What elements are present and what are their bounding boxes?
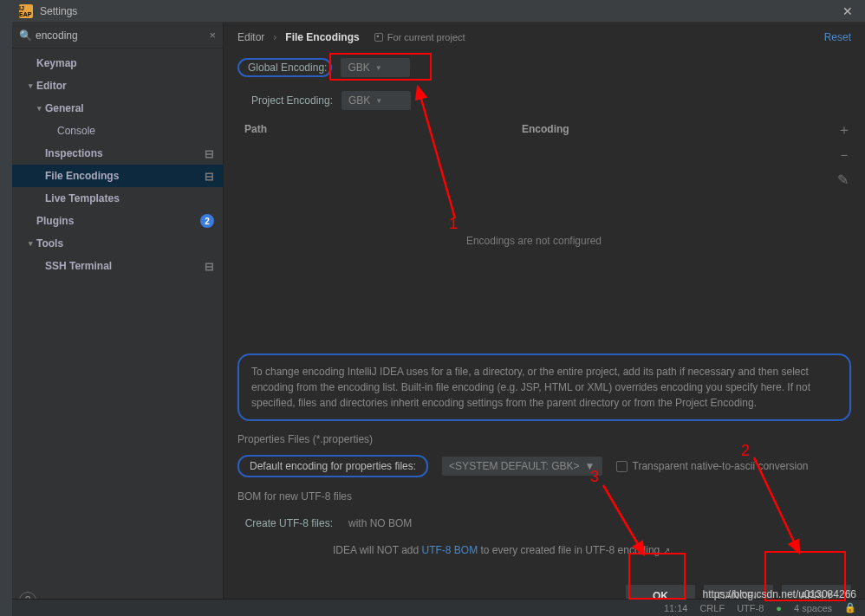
sidebar-item-console[interactable]: Console bbox=[12, 120, 223, 142]
settings-window: IJ EAP Settings ✕ 🔍 × Keymap▾Editor▾Gene… bbox=[12, 0, 865, 616]
search-icon: 🔍 bbox=[19, 29, 32, 42]
settings-scope-icon: ⊟ bbox=[205, 260, 214, 273]
ide-status-bar: 11:14 CRLF UTF-8 ● 4 spaces 🔒 bbox=[12, 599, 865, 616]
create-utf8-label: Create UTF-8 files: bbox=[237, 517, 333, 529]
default-encoding-label: Default encoding for properties files: bbox=[237, 455, 428, 477]
sidebar-item-tools[interactable]: ▾Tools bbox=[12, 232, 223, 255]
sidebar-item-live-templates[interactable]: Live Templates bbox=[12, 187, 223, 210]
clear-search-icon[interactable]: × bbox=[209, 29, 216, 42]
sidebar-item-editor[interactable]: ▾Editor bbox=[12, 75, 223, 97]
crumb-file-encodings: File Encodings bbox=[285, 31, 359, 43]
chevron-icon: ▾ bbox=[33, 104, 45, 113]
crumb-editor[interactable]: Editor bbox=[237, 31, 264, 43]
external-link-icon: ↗ bbox=[663, 546, 670, 555]
watermark: https://blog.csdn.net/u013084266 bbox=[703, 588, 856, 600]
sidebar-item-label: General bbox=[45, 102, 214, 114]
chevron-right-icon: › bbox=[273, 31, 276, 43]
sidebar-item-label: Live Templates bbox=[45, 192, 214, 204]
titlebar: IJ EAP Settings ✕ bbox=[12, 0, 865, 23]
global-encoding-select[interactable]: GBK▼ bbox=[341, 58, 410, 77]
window-title: Settings bbox=[40, 5, 77, 17]
encoding-table-body: Encodings are not configured bbox=[237, 137, 830, 345]
sidebar-item-label: Console bbox=[57, 125, 214, 137]
status-spaces: 4 spaces bbox=[794, 603, 832, 613]
status-encoding: UTF-8 bbox=[737, 603, 764, 613]
col-path: Path bbox=[244, 123, 522, 135]
chevron-icon: ▾ bbox=[24, 239, 36, 248]
sidebar-item-label: File Encodings bbox=[45, 170, 205, 182]
sidebar-item-keymap[interactable]: Keymap bbox=[12, 52, 223, 75]
transparent-conversion-checkbox[interactable]: Transparent native-to-ascii conversion bbox=[616, 460, 809, 472]
app-icon: IJ EAP bbox=[19, 4, 33, 18]
breadcrumb: Editor › File Encodings For current proj… bbox=[224, 23, 865, 50]
reset-link[interactable]: Reset bbox=[824, 31, 851, 43]
main-panel: Editor › File Encodings For current proj… bbox=[224, 23, 865, 616]
sidebar-item-label: Tools bbox=[36, 237, 214, 250]
chevron-down-icon: ▼ bbox=[585, 460, 595, 472]
ide-left-strip bbox=[0, 0, 12, 616]
bom-section-title: BOM for new UTF-8 files bbox=[237, 490, 851, 503]
create-utf8-select[interactable]: with NO BOM bbox=[341, 514, 446, 533]
search-row: 🔍 × bbox=[12, 23, 223, 49]
sidebar-item-label: Editor bbox=[36, 80, 214, 92]
add-icon[interactable]: ＋ bbox=[837, 121, 851, 139]
sidebar-item-general[interactable]: ▾General bbox=[12, 97, 223, 120]
chevron-icon: ▾ bbox=[24, 81, 36, 90]
sidebar-item-plugins[interactable]: Plugins2 bbox=[12, 210, 223, 232]
lock-icon: 🔒 bbox=[844, 602, 856, 613]
status-time: 11:14 bbox=[664, 603, 688, 613]
sidebar-item-inspections[interactable]: Inspections⊟ bbox=[12, 142, 223, 165]
edit-icon[interactable]: ✎ bbox=[837, 172, 851, 188]
col-encoding: Encoding bbox=[522, 123, 823, 135]
sidebar-item-label: Inspections bbox=[45, 147, 205, 159]
info-text: To change encoding IntelliJ IDEA uses fo… bbox=[237, 353, 851, 421]
sidebar-item-label: Keymap bbox=[36, 57, 214, 69]
default-encoding-select[interactable]: <SYSTEM DEFAULT: GBK>▼ bbox=[442, 457, 602, 476]
status-crlf: CRLF bbox=[699, 603, 725, 613]
properties-section-title: Properties Files (*.properties) bbox=[237, 433, 851, 445]
chevron-down-icon: ▼ bbox=[375, 64, 382, 72]
sidebar-item-file-encodings[interactable]: File Encodings⊟ bbox=[12, 165, 223, 187]
remove-icon[interactable]: － bbox=[837, 146, 851, 165]
bom-footnote: IDEA will NOT add UTF-8 BOM to every cre… bbox=[333, 544, 851, 556]
svg-rect-1 bbox=[376, 36, 378, 37]
utf8-bom-link[interactable]: UTF-8 BOM bbox=[421, 544, 478, 556]
sidebar-item-label: SSH Terminal bbox=[45, 260, 205, 272]
settings-scope-icon: ⊟ bbox=[205, 170, 214, 183]
badge: 2 bbox=[200, 214, 214, 228]
sidebar-item-label: Plugins bbox=[36, 215, 200, 227]
sidebar: 🔍 × Keymap▾Editor▾GeneralConsoleInspecti… bbox=[12, 23, 224, 616]
for-current-project: For current project bbox=[374, 32, 465, 42]
project-encoding-select[interactable]: GBK▼ bbox=[341, 91, 411, 110]
table-empty-text: Encodings are not configured bbox=[466, 235, 602, 247]
settings-scope-icon: ⊟ bbox=[205, 147, 214, 160]
project-encoding-label: Project Encoding: bbox=[237, 94, 333, 107]
close-icon[interactable]: ✕ bbox=[837, 4, 858, 18]
sidebar-item-ssh-terminal[interactable]: SSH Terminal⊟ bbox=[12, 255, 223, 277]
global-encoding-label: Global Encoding: bbox=[248, 62, 327, 74]
encoding-table-header: Path Encoding bbox=[237, 121, 830, 137]
chevron-down-icon: ▼ bbox=[375, 97, 382, 105]
search-input[interactable] bbox=[36, 29, 209, 42]
settings-tree: Keymap▾Editor▾GeneralConsoleInspections⊟… bbox=[12, 49, 223, 585]
